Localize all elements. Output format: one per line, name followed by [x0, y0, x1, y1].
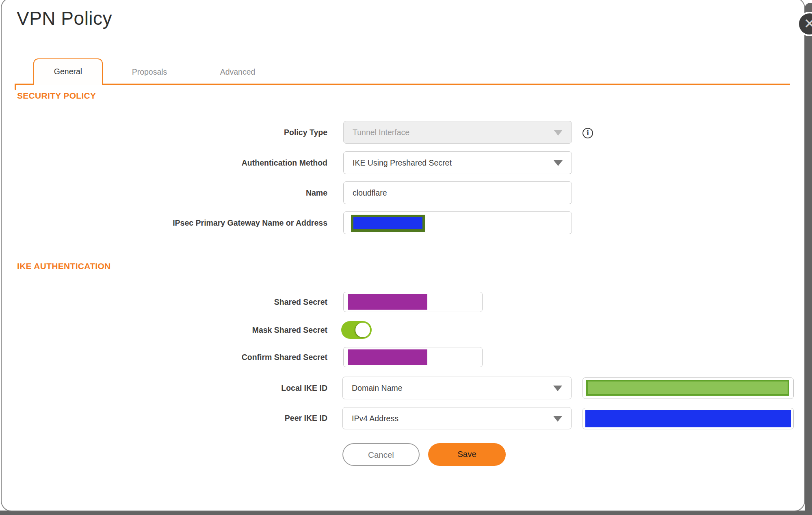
shared-secret-redaction-box: [348, 294, 427, 310]
tab-proposals[interactable]: Proposals: [117, 65, 182, 79]
toggle-knob: [355, 323, 370, 337]
tab-advanced[interactable]: Advanced: [205, 65, 270, 79]
shared-secret-input[interactable]: [343, 292, 483, 312]
local-ike-id-redaction-box: [586, 380, 789, 396]
tab-underline-end: [15, 84, 16, 90]
tab-underline: [15, 84, 790, 85]
page-backdrop-right: [805, 3, 812, 515]
page-title: VPN Policy: [17, 7, 112, 29]
chevron-down-icon: [554, 130, 563, 136]
chevron-down-icon: [553, 386, 562, 391]
page-backdrop-bottom: [0, 511, 812, 515]
peer-ike-id-redaction-box: [585, 410, 791, 427]
save-button[interactable]: Save: [428, 443, 506, 466]
name-value: cloudflare: [353, 188, 387, 198]
local-ike-id-value-input[interactable]: [582, 377, 794, 399]
cancel-button[interactable]: Cancel: [342, 443, 420, 466]
shared-secret-label: Shared Secret: [0, 292, 327, 312]
close-icon[interactable]: ✕: [797, 12, 812, 36]
peer-ike-id-label: Peer IKE ID: [0, 407, 327, 429]
ipsec-primary-gateway-input[interactable]: [343, 211, 572, 234]
confirm-shared-secret-input[interactable]: [343, 347, 483, 367]
authentication-method-label: Authentication Method: [0, 151, 327, 174]
peer-ike-id-select[interactable]: IPv4 Address: [342, 407, 572, 429]
authentication-method-select[interactable]: IKE Using Preshared Secret: [343, 151, 572, 174]
name-label: Name: [0, 181, 327, 204]
confirm-shared-secret-redaction-box: [348, 349, 427, 365]
mask-shared-secret-toggle[interactable]: [341, 321, 372, 339]
vpn-policy-dialog: ✕ VPN Policy General Proposals Advanced …: [0, 0, 812, 515]
policy-type-select: Tunnel Interface: [343, 121, 572, 144]
authentication-method-value: IKE Using Preshared Secret: [353, 158, 452, 168]
policy-type-label: Policy Type: [0, 121, 327, 144]
local-ike-id-select[interactable]: Domain Name: [342, 377, 572, 399]
tab-general[interactable]: General: [33, 58, 103, 85]
section-security-policy: SECURITY POLICY: [17, 91, 96, 101]
policy-type-value: Tunnel Interface: [353, 128, 409, 137]
chevron-down-icon: [553, 416, 562, 422]
chevron-down-icon: [554, 160, 563, 166]
ipsec-primary-gateway-label: IPsec Primary Gateway Name or Address: [0, 211, 327, 234]
section-ike-authentication: IKE AUTHENTICATION: [17, 261, 111, 271]
mask-shared-secret-label: Mask Shared Secret: [0, 321, 327, 339]
peer-ike-id-value: IPv4 Address: [352, 414, 398, 423]
local-ike-id-value: Domain Name: [352, 384, 403, 393]
confirm-shared-secret-label: Confirm Shared Secret: [0, 347, 327, 367]
gateway-redaction-box: [351, 215, 425, 232]
local-ike-id-label: Local IKE ID: [0, 377, 327, 399]
name-input[interactable]: cloudflare: [343, 181, 572, 204]
info-icon[interactable]: i: [582, 128, 593, 138]
peer-ike-id-value-input[interactable]: [582, 408, 794, 429]
